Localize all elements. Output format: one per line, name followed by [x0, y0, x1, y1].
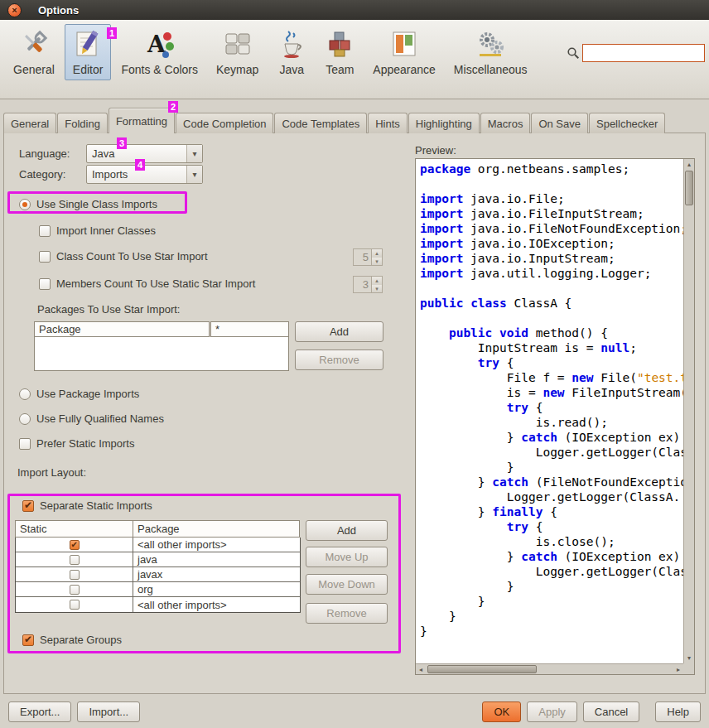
static-checkbox[interactable] [70, 570, 80, 580]
column-header-star[interactable]: * [210, 321, 289, 337]
toolbar-item-appearance[interactable]: Appearance [364, 24, 444, 80]
vertical-scrollbar[interactable]: ▴ ▾ [683, 159, 694, 663]
spinner-down-icon[interactable]: ▾ [372, 258, 382, 266]
spinner-up-icon[interactable]: ▴ [372, 277, 382, 285]
toolbar-item-java[interactable]: Java [268, 24, 315, 80]
spinner-down-icon[interactable]: ▾ [372, 285, 382, 293]
table-row[interactable]: <all other imports> [16, 597, 300, 612]
add-button[interactable]: Add [306, 520, 388, 541]
checkbox-icon[interactable] [39, 225, 51, 237]
spinner-buttons[interactable]: ▴▾ [371, 277, 382, 292]
checkbox-icon[interactable] [39, 251, 51, 263]
use-package-imports-radio[interactable]: Use Package Imports [19, 388, 139, 400]
column-header-package[interactable]: Package [133, 520, 300, 538]
toolbar-item-label: General [13, 63, 55, 76]
tab-code-completion[interactable]: Code Completion [176, 113, 273, 133]
tab-general[interactable]: General [3, 113, 56, 133]
vertical-scroll-thumb[interactable] [685, 171, 693, 205]
tab-formatting[interactable]: Formatting [109, 108, 175, 133]
checkbox-icon[interactable] [22, 634, 34, 646]
use-single-class-imports-label: Use Single Class Imports [36, 198, 157, 210]
tab-macros[interactable]: Macros [480, 113, 531, 133]
members-count-checkbox[interactable]: Members Count To Use Static Star Import [39, 277, 255, 290]
toolbar-item-team[interactable]: Team [316, 24, 363, 80]
static-cell[interactable] [16, 597, 133, 612]
radio-icon[interactable] [19, 199, 31, 210]
category-combo[interactable]: Imports ▾ [86, 165, 203, 184]
package-cell[interactable]: <all other imports> [133, 538, 300, 552]
remove-button[interactable]: Remove [306, 603, 388, 624]
spinner-buttons[interactable]: ▴▾ [371, 249, 382, 265]
cancel-button[interactable]: Cancel [583, 701, 639, 722]
spinner-up-icon[interactable]: ▴ [372, 249, 382, 258]
table-row[interactable]: javax [16, 567, 300, 582]
tab-on-save[interactable]: On Save [531, 113, 588, 133]
layout-table-body: <all other imports>javajavaxorg<all othe… [15, 538, 301, 613]
move-up-button[interactable]: Move Up [306, 547, 388, 567]
scroll-left-icon[interactable]: ◂ [416, 664, 426, 675]
toolbar-item-fonts-colors[interactable]: AFonts & Colors [113, 24, 206, 80]
checkbox-icon[interactable] [39, 278, 51, 290]
radio-icon[interactable] [19, 388, 31, 400]
package-cell[interactable]: javax [133, 567, 300, 581]
export-button[interactable]: Export... [8, 701, 71, 722]
static-checkbox[interactable] [70, 555, 80, 565]
separate-static-imports-checkbox[interactable]: Separate Static Imports [22, 499, 152, 512]
ok-button[interactable]: OK [482, 701, 521, 722]
static-cell[interactable] [16, 538, 133, 552]
package-cell[interactable]: java [133, 552, 300, 566]
radio-icon[interactable] [19, 413, 31, 425]
static-checkbox[interactable] [70, 600, 80, 610]
checkbox-icon[interactable] [22, 500, 34, 512]
toolbar-item-miscellaneous[interactable]: Miscellaneous [446, 24, 536, 80]
table-row[interactable]: java [16, 552, 300, 567]
static-checkbox[interactable] [70, 585, 80, 595]
tab-spellchecker[interactable]: Spellchecker [589, 113, 665, 133]
help-button[interactable]: Help [655, 701, 701, 722]
toolbar-item-general[interactable]: General [5, 24, 63, 80]
toolbar-item-keymap[interactable]: Keymap [208, 24, 267, 80]
horizontal-scroll-thumb[interactable] [427, 665, 537, 673]
static-cell[interactable] [16, 552, 133, 566]
use-single-class-imports-radio[interactable]: Use Single Class Imports [19, 198, 157, 210]
prefer-static-imports-checkbox[interactable]: Prefer Static Imports [19, 437, 134, 450]
search-icon [567, 46, 580, 60]
column-header-static[interactable]: Static [15, 520, 133, 538]
import-button[interactable]: Import... [77, 701, 140, 722]
language-combo[interactable]: Java ▾ [86, 144, 203, 163]
apply-button[interactable]: Apply [527, 701, 577, 722]
code-area[interactable]: package org.netbeans.samples; import jav… [416, 159, 683, 663]
toolbar-item-editor[interactable]: Editor [65, 24, 112, 80]
remove-package-button[interactable]: Remove [295, 350, 383, 370]
static-cell[interactable] [16, 567, 133, 581]
horizontal-scrollbar[interactable]: ◂ ▸ [416, 663, 683, 674]
checkbox-icon[interactable] [19, 438, 31, 450]
use-fully-qualified-radio[interactable]: Use Fully Qualified Names [19, 412, 164, 425]
chevron-down-icon[interactable]: ▾ [186, 145, 202, 162]
tab-hints[interactable]: Hints [368, 113, 408, 133]
class-count-checkbox[interactable]: Class Count To Use Star Import [39, 250, 208, 263]
scroll-down-icon[interactable]: ▾ [684, 653, 694, 663]
import-inner-classes-checkbox[interactable]: Import Inner Classes [39, 224, 156, 237]
tab-code-templates[interactable]: Code Templates [274, 113, 367, 133]
package-cell[interactable]: org [133, 582, 300, 596]
packages-star-label: Packages To Use Star Import: [37, 303, 180, 316]
tab-highlighting[interactable]: Highlighting [408, 113, 480, 133]
table-row[interactable]: org [16, 582, 300, 597]
packages-star-table-body[interactable] [34, 337, 289, 371]
column-header-package[interactable]: Package [34, 321, 210, 337]
toolbar-item-label: Fonts & Colors [121, 63, 198, 76]
scroll-up-icon[interactable]: ▴ [684, 159, 694, 170]
add-package-button[interactable]: Add [295, 321, 383, 342]
separate-groups-checkbox[interactable]: Separate Groups [22, 634, 122, 646]
tab-folding[interactable]: Folding [57, 113, 108, 133]
static-cell[interactable] [16, 582, 133, 596]
package-cell[interactable]: <all other imports> [133, 597, 300, 612]
scroll-right-icon[interactable]: ▸ [673, 664, 683, 675]
chevron-down-icon[interactable]: ▾ [186, 166, 202, 183]
move-down-button[interactable]: Move Down [306, 574, 388, 595]
table-row[interactable]: <all other imports> [16, 538, 300, 552]
close-button[interactable]: × [7, 3, 22, 17]
static-checkbox[interactable] [70, 540, 80, 550]
search-input[interactable] [582, 44, 705, 62]
